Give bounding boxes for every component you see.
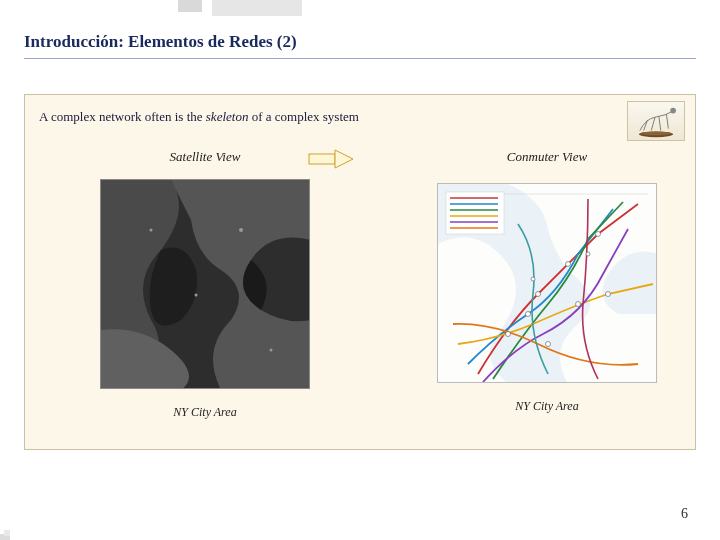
skeleton-icon — [627, 101, 685, 141]
right-caption: NY City Area — [397, 399, 697, 414]
page-number: 6 — [681, 506, 688, 522]
left-column: Satellite View NY City Area — [55, 149, 355, 420]
svg-point-2 — [670, 108, 676, 114]
svg-point-8 — [150, 229, 153, 232]
content-panel: A complex network often is the skeleton … — [24, 94, 696, 450]
statement-pre: A complex network often is the — [39, 109, 206, 124]
svg-point-19 — [566, 262, 571, 267]
svg-point-27 — [586, 252, 590, 256]
svg-point-20 — [596, 232, 601, 237]
right-column: Conmuter View — [397, 149, 697, 414]
slide-title: Introducción: Elementos de Redes (2) — [24, 32, 297, 52]
title-underline — [24, 58, 696, 59]
header-decoration — [0, 0, 720, 18]
svg-point-7 — [195, 294, 198, 297]
svg-point-18 — [536, 292, 541, 297]
svg-point-1 — [641, 131, 671, 135]
svg-point-23 — [576, 302, 581, 307]
transit-map-image — [437, 183, 657, 383]
right-heading: Conmuter View — [397, 149, 697, 165]
satellite-image — [100, 179, 310, 389]
statement-post: of a complex system — [248, 109, 358, 124]
svg-point-24 — [606, 292, 611, 297]
svg-point-6 — [239, 228, 243, 232]
statement-emphasis: skeleton — [206, 109, 249, 124]
left-heading: Satellite View — [55, 149, 355, 165]
svg-point-22 — [506, 332, 511, 337]
corner-decoration — [0, 526, 14, 540]
statement-text: A complex network often is the skeleton … — [39, 109, 359, 125]
svg-point-26 — [531, 277, 535, 281]
svg-point-9 — [270, 349, 273, 352]
left-caption: NY City Area — [55, 405, 355, 420]
svg-point-25 — [546, 342, 551, 347]
svg-point-21 — [526, 312, 531, 317]
